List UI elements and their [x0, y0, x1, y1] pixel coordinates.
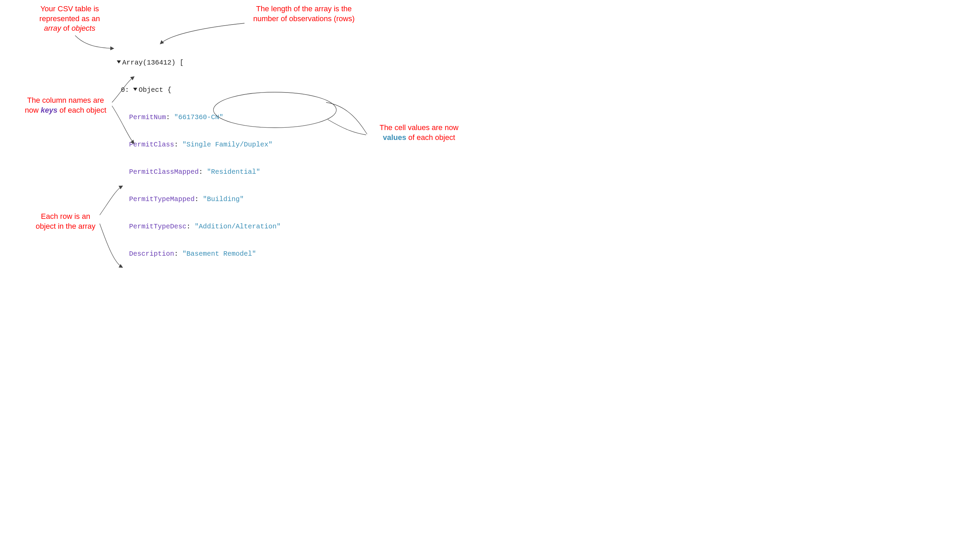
property-line: Description: "Basement Remodel" [117, 247, 383, 261]
key: PermitTypeDesc [129, 222, 186, 230]
key: PermitClass [129, 141, 174, 149]
value: "6617360-CN" [174, 113, 223, 121]
console-output: Array(136412) [ 0: Object { PermitNum: "… [117, 42, 383, 275]
text-italic: array [44, 24, 61, 32]
text: The length of the array is the [256, 5, 352, 13]
text: The cell values are now [379, 123, 458, 132]
key: Description [129, 250, 174, 258]
value: "Single Family/Duplex" [182, 141, 272, 149]
annotation-array-length: The length of the array is the number of… [239, 4, 369, 24]
annotation-csv-array: Your CSV table is represented as an arra… [25, 4, 114, 33]
value: "Basement Remodel" [182, 250, 256, 258]
key: PermitNum [129, 113, 166, 121]
annotation-each-row: Each row is an object in the array [28, 212, 103, 231]
text: represented as an [39, 14, 100, 23]
text-italic: objects [72, 24, 95, 32]
value: "Building" [203, 195, 244, 203]
property-line: PermitClass: "Single Family/Duplex" [117, 138, 383, 152]
array-label: Array(136412) [ [122, 59, 184, 67]
colon: : [199, 168, 207, 176]
text: of [61, 24, 72, 32]
text: of each object [406, 133, 455, 142]
value: "Addition/Alteration" [195, 222, 281, 230]
text: object in the array [36, 222, 95, 230]
key: PermitClassMapped [129, 168, 199, 176]
key: PermitTypeMapped [129, 195, 195, 203]
text: Your CSV table is [40, 5, 99, 13]
text: number of observations (rows) [253, 14, 355, 23]
property-line: PermitClassMapped: "Residential" [117, 165, 383, 179]
colon: : [186, 222, 195, 230]
idx: 0: [121, 86, 133, 94]
text: of each object [57, 106, 106, 114]
text: now [25, 106, 41, 114]
colon: : [166, 113, 174, 121]
property-line: PermitTypeDesc: "Addition/Alteration" [117, 220, 383, 233]
object-0-header[interactable]: 0: Object { [117, 83, 383, 97]
text-keys: keys [41, 106, 57, 114]
text: The column names are [27, 96, 104, 105]
array-header-line[interactable]: Array(136412) [ [117, 56, 383, 70]
colon: : [174, 250, 182, 258]
text: Each row is an [41, 212, 90, 221]
object-label: Object { [138, 86, 172, 94]
colon: : [195, 195, 203, 203]
expand-triangle-down-icon[interactable] [117, 60, 121, 64]
property-line: PermitNum: "6617360-CN" [117, 111, 383, 124]
value: "Residential" [207, 168, 260, 176]
text-values: values [383, 133, 406, 142]
expand-triangle-down-icon[interactable] [133, 88, 137, 91]
more-line[interactable]: … more [117, 275, 383, 275]
annotation-column-keys: The column names are now keys of each ob… [14, 95, 117, 115]
property-line: PermitTypeMapped: "Building" [117, 192, 383, 206]
colon: : [174, 141, 182, 149]
